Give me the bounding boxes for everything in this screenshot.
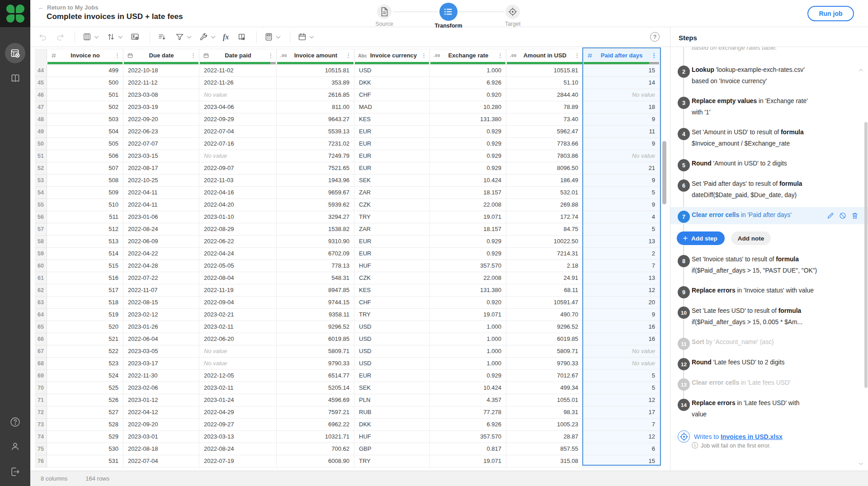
row-number[interactable]: 55 [35, 199, 47, 211]
row-number[interactable]: 62 [35, 284, 47, 297]
cell-amount_usd[interactable]: 2.18 [506, 260, 583, 272]
column-menu-icon[interactable]: ⋮ [113, 52, 121, 59]
cell-date_paid[interactable]: 2022-07-19 [199, 455, 277, 467]
cell-due_date[interactable]: 2022-11-07 [123, 284, 199, 297]
cell-paid_after_days[interactable]: 7 [583, 419, 660, 431]
cell-due_date[interactable]: 2022-08-24 [123, 223, 199, 236]
cell-amount_usd[interactable]: 499.34 [506, 382, 583, 394]
cell-exchange_rate[interactable]: 10.424 [430, 382, 506, 394]
row-number[interactable]: 52 [35, 162, 47, 175]
cell-due_date[interactable]: 2022-11-12 [123, 77, 199, 89]
cell-amount_usd[interactable]: 1055.01 [506, 394, 583, 406]
funnel-icon[interactable] [175, 32, 191, 42]
cell-exchange_rate[interactable]: 0.929 [430, 248, 506, 260]
row-number[interactable]: 49 [35, 126, 47, 138]
cell-amount_usd[interactable]: 9790.33 [506, 358, 583, 370]
cell-amount_usd[interactable]: 269.88 [506, 199, 583, 211]
cell-invoice_currency[interactable]: TRY [354, 309, 430, 321]
cell-invoice_currency[interactable]: USD [354, 65, 430, 77]
cell-invoice_amount[interactable]: 7231.02 [277, 138, 354, 150]
cell-paid_after_days[interactable]: 4 [583, 211, 660, 223]
cell-invoice_currency[interactable]: TRY [354, 211, 430, 223]
row-number[interactable]: 61 [35, 272, 47, 284]
cell-amount_usd[interactable]: 7803.86 [506, 150, 583, 162]
cell-invoice_currency[interactable]: USD [354, 358, 430, 370]
delete-icon[interactable] [851, 212, 859, 220]
cell-invoice_currency[interactable]: DKK [354, 419, 430, 431]
cell-invoice_no[interactable]: 499 [47, 65, 123, 77]
run-job-button[interactable]: Run job [807, 6, 854, 21]
cell-due_date[interactable]: 2022-08-15 [123, 297, 199, 309]
row-number[interactable]: 60 [35, 260, 47, 272]
cell-invoice_no[interactable]: 530 [47, 443, 123, 455]
cell-invoice_amount[interactable]: 6008.90 [277, 455, 354, 467]
cell-date_paid[interactable]: No value [199, 150, 277, 162]
cell-amount_usd[interactable]: 68.11 [506, 284, 583, 297]
cell-invoice_amount[interactable]: 9310.90 [277, 236, 354, 248]
column-header-due_date[interactable]: Due date ⋮ [123, 49, 199, 61]
cell-invoice_no[interactable]: 501 [47, 89, 123, 101]
cell-date_paid[interactable]: 2023-01-24 [199, 394, 277, 406]
step-number-badge[interactable]: 12 [678, 358, 690, 370]
row-number[interactable]: 58 [35, 236, 47, 248]
cell-paid_after_days[interactable]: 9 [583, 175, 660, 187]
output-file-link[interactable]: Invoices in USD.xlsx [721, 433, 783, 440]
cell-paid_after_days[interactable]: 14 [583, 77, 660, 89]
cell-exchange_rate[interactable]: 18.157 [430, 187, 506, 199]
cell-due_date[interactable]: 2022-04-11 [123, 199, 199, 211]
cell-invoice_currency[interactable]: CHF [354, 297, 430, 309]
step-number-badge[interactable]: 11 [678, 338, 690, 350]
row-number[interactable]: 70 [35, 382, 47, 394]
cell-date_paid[interactable]: No value [199, 358, 277, 370]
row-number[interactable]: 44 [35, 65, 47, 77]
step-number-badge[interactable]: 2 [678, 66, 690, 78]
row-number[interactable]: 69 [35, 370, 47, 382]
column-menu-icon[interactable]: ⋮ [496, 52, 504, 59]
cell-date_paid[interactable]: 2022-06-20 [199, 333, 277, 345]
cell-date_paid[interactable]: 2022-08-29 [199, 223, 277, 236]
cell-paid_after_days[interactable]: 5 [583, 187, 660, 199]
cell-invoice_currency[interactable]: MAD [354, 101, 430, 113]
cell-amount_usd[interactable]: 10515.81 [506, 65, 583, 77]
cell-exchange_rate[interactable]: 10.280 [430, 101, 506, 113]
disable-icon[interactable] [839, 212, 847, 220]
row-number[interactable]: 46 [35, 89, 47, 101]
cell-invoice_no[interactable]: 509 [47, 187, 123, 199]
cell-amount_usd[interactable]: 6019.85 [506, 333, 583, 345]
cell-invoice_currency[interactable]: HUF [354, 431, 430, 443]
cell-invoice_currency[interactable]: USD [354, 345, 430, 358]
step-number-badge[interactable]: 5 [678, 159, 690, 171]
step-number-badge[interactable]: 8 [678, 255, 690, 267]
cell-invoice_no[interactable]: 522 [47, 345, 123, 358]
cell-invoice_no[interactable]: 516 [47, 272, 123, 284]
cell-date_paid[interactable]: 2022-04-20 [199, 199, 277, 211]
cell-invoice_amount[interactable]: 778.13 [277, 260, 354, 272]
row-number[interactable]: 56 [35, 211, 47, 223]
cell-paid_after_days[interactable]: 9 [583, 309, 660, 321]
column-menu-icon[interactable]: ⋮ [420, 52, 428, 59]
cell-paid_after_days[interactable]: 9 [583, 113, 660, 126]
row-number[interactable]: 48 [35, 113, 47, 126]
cell-paid_after_days[interactable]: No value [583, 358, 660, 370]
cell-invoice_currency[interactable]: GBP [354, 443, 430, 455]
step-description[interactable]: Set 'Paid after days' to result of formu… [692, 179, 851, 201]
stepper-transform[interactable]: Transform [435, 3, 462, 29]
cell-invoice_amount[interactable]: 548.31 [277, 272, 354, 284]
column-header-invoice_no[interactable]: Invoice no ⋮ [47, 49, 123, 61]
cell-amount_usd[interactable]: 5809.71 [506, 345, 583, 358]
cell-invoice_currency[interactable]: EUR [354, 248, 430, 260]
cell-due_date[interactable]: 2022-08-18 [123, 443, 199, 455]
cell-exchange_rate[interactable]: 0.929 [430, 126, 506, 138]
cell-invoice_no[interactable]: 507 [47, 162, 123, 175]
formula-fx-icon[interactable]: fx [223, 33, 229, 41]
cell-invoice_no[interactable]: 531 [47, 455, 123, 467]
cell-invoice_amount[interactable]: 5205.14 [277, 382, 354, 394]
cell-date_paid[interactable]: 2022-09-07 [199, 162, 277, 175]
logout-icon[interactable] [0, 466, 30, 477]
cell-invoice_amount[interactable]: 9790.33 [277, 358, 354, 370]
cell-amount_usd[interactable]: 9296.52 [506, 321, 583, 333]
cell-date_paid[interactable]: 2022-07-04 [199, 126, 277, 138]
cell-invoice_currency[interactable]: EUR [354, 138, 430, 150]
cell-amount_usd[interactable]: 51.10 [506, 77, 583, 89]
cell-amount_usd[interactable]: 78.89 [506, 101, 583, 113]
